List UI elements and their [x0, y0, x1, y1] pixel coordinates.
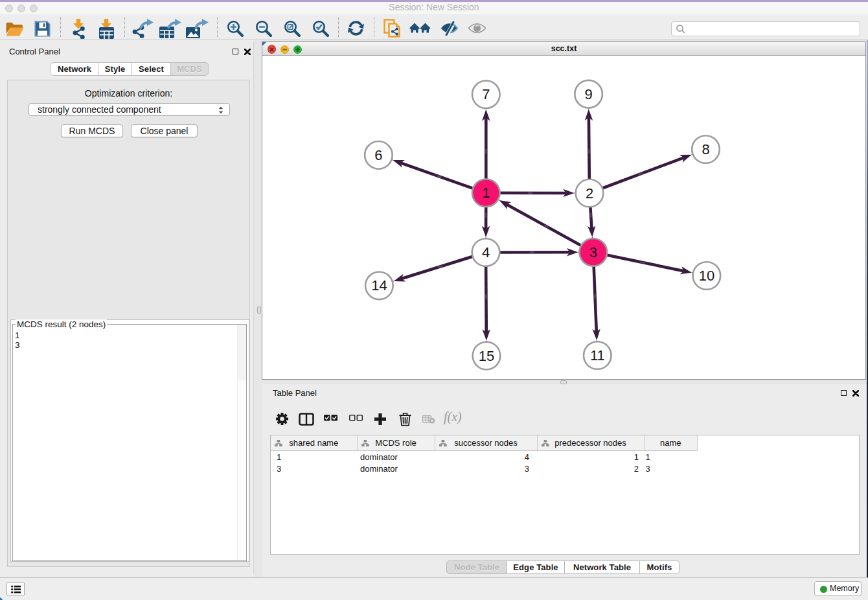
- svg-text:10: 10: [699, 268, 714, 284]
- svg-text:14: 14: [371, 277, 387, 294]
- svg-text:2: 2: [586, 185, 593, 202]
- svg-text:1: 1: [482, 185, 490, 201]
- svg-text:7: 7: [482, 86, 490, 102]
- svg-text:11: 11: [590, 347, 605, 363]
- svg-text:9: 9: [584, 86, 592, 102]
- svg-text:4: 4: [482, 244, 490, 260]
- svg-text:8: 8: [702, 141, 709, 157]
- svg-text:15: 15: [479, 348, 494, 364]
- svg-text:6: 6: [374, 147, 382, 163]
- svg-text:3: 3: [589, 244, 597, 260]
